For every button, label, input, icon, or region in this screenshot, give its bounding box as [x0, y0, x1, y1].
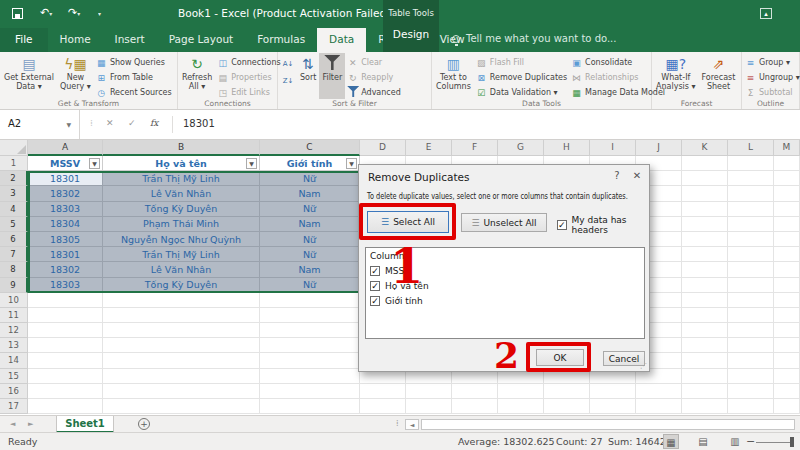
what-if-analysis-button[interactable]: ▦?What-If Analysis ▾: [653, 53, 699, 99]
row-header-6[interactable]: 6: [0, 232, 28, 247]
cell-K17[interactable]: [682, 399, 728, 414]
name-box-dropdown-icon[interactable]: ▼: [66, 121, 71, 128]
cell-C10[interactable]: [260, 293, 360, 308]
tab-formulas[interactable]: Formulas: [245, 28, 317, 52]
cell-A5[interactable]: 18304: [28, 217, 103, 232]
insert-function-icon[interactable]: fx: [150, 118, 158, 128]
cell-B15[interactable]: [103, 369, 260, 384]
cell-C8[interactable]: Nam: [260, 262, 360, 277]
new-query-button[interactable]: ϟ▦New Query ▾: [57, 53, 94, 99]
cell-L16[interactable]: [728, 384, 774, 399]
sheet-tab-sheet1[interactable]: Sheet1: [56, 416, 114, 433]
cell-G17[interactable]: [498, 399, 544, 414]
from-table-button[interactable]: ⊞From Table: [94, 70, 174, 85]
row-header-2[interactable]: 2: [0, 171, 28, 186]
cell-B4[interactable]: Tống Kỳ Duyên: [103, 202, 260, 217]
cell-K1[interactable]: [682, 156, 728, 171]
customize-quick-access-icon[interactable]: ▾: [98, 6, 101, 21]
next-sheet-icon[interactable]: ►: [28, 420, 33, 428]
cell-M10[interactable]: [774, 293, 800, 308]
cell-A2[interactable]: 18301: [28, 171, 103, 186]
cell-A9[interactable]: 18303: [28, 278, 103, 293]
cell-I17[interactable]: [590, 399, 636, 414]
cell-D17[interactable]: [360, 399, 406, 414]
filter-dropdown-icon[interactable]: ▼: [89, 158, 100, 169]
cell-C11[interactable]: [260, 308, 360, 323]
column-header-D[interactable]: D: [360, 140, 406, 156]
cell-M16[interactable]: [774, 384, 800, 399]
filter-dropdown-icon[interactable]: ▼: [346, 158, 357, 169]
cell-B10[interactable]: [103, 293, 260, 308]
zoom-slider[interactable]: [756, 442, 794, 443]
text-to-columns-button[interactable]: ▥Text to Columns: [433, 53, 474, 99]
cell-K3[interactable]: [682, 186, 728, 201]
row-header-14[interactable]: 14: [0, 353, 28, 368]
cell-C7[interactable]: Nữ: [260, 247, 360, 262]
row-header-17[interactable]: 17: [0, 399, 28, 414]
cell-L17[interactable]: [728, 399, 774, 414]
checkbox-icon[interactable]: ✓: [370, 266, 380, 276]
cell-L4[interactable]: [728, 202, 774, 217]
row-header-3[interactable]: 3: [0, 186, 28, 201]
cell-M2[interactable]: [774, 171, 800, 186]
cell-F17[interactable]: [452, 399, 498, 414]
cell-C5[interactable]: Nam: [260, 217, 360, 232]
row-header-7[interactable]: 7: [0, 247, 28, 262]
cell-J17[interactable]: [636, 399, 682, 414]
cell-C16[interactable]: [260, 384, 360, 399]
tab-design[interactable]: Design: [383, 28, 439, 40]
cell-B17[interactable]: [103, 399, 260, 414]
column-header-B[interactable]: B: [103, 140, 260, 156]
column-header-I[interactable]: I: [590, 140, 636, 156]
cell-K11[interactable]: [682, 308, 728, 323]
normal-view-icon[interactable]: ▦: [663, 434, 679, 449]
tell-me-box[interactable]: Tell me what you want to do...: [452, 33, 616, 44]
cancel-button[interactable]: Cancel: [603, 351, 645, 366]
cell-K14[interactable]: [682, 353, 728, 368]
cell-A6[interactable]: 18305: [28, 232, 103, 247]
forecast-sheet-button[interactable]: ⇗Forecast Sheet: [699, 53, 739, 99]
cell-M1[interactable]: [774, 156, 800, 171]
cell-B11[interactable]: [103, 308, 260, 323]
checkbox-icon[interactable]: ✓: [370, 281, 380, 291]
help-icon[interactable]: ?: [609, 170, 625, 181]
column-header-G[interactable]: G: [498, 140, 544, 156]
cell-K15[interactable]: [682, 369, 728, 384]
cell-L3[interactable]: [728, 186, 774, 201]
remove-duplicates-button[interactable]: ⊠Remove Duplicates: [474, 70, 569, 85]
cell-K2[interactable]: [682, 171, 728, 186]
zoom-out-icon[interactable]: −: [746, 435, 755, 448]
page-break-preview-icon[interactable]: ▥: [727, 434, 743, 449]
tab-file[interactable]: File: [0, 28, 48, 52]
cell-E16[interactable]: [406, 384, 452, 399]
tab-insert[interactable]: Insert: [103, 28, 157, 52]
cell-K16[interactable]: [682, 384, 728, 399]
cell-A4[interactable]: 18303: [28, 202, 103, 217]
filter-dropdown-icon[interactable]: ▼: [246, 158, 257, 169]
cell-L1[interactable]: [728, 156, 774, 171]
cell-L12[interactable]: [728, 323, 774, 338]
cell-D16[interactable]: [360, 384, 406, 399]
select-all-button[interactable]: ☰ Select All: [367, 211, 449, 233]
cell-L6[interactable]: [728, 232, 774, 247]
formula-bar-value[interactable]: 18301: [183, 118, 215, 129]
cell-B12[interactable]: [103, 323, 260, 338]
cell-J16[interactable]: [636, 384, 682, 399]
row-header-4[interactable]: 4: [0, 202, 28, 217]
sort-button[interactable]: ⇅Sort: [297, 53, 319, 99]
select-all-corner[interactable]: [0, 140, 28, 156]
cell-A13[interactable]: [28, 338, 103, 353]
connections-button[interactable]: ◫Connections: [215, 55, 282, 70]
cell-C4[interactable]: Nữ: [260, 202, 360, 217]
cell-C13[interactable]: [260, 338, 360, 353]
enter-icon[interactable]: ✓: [128, 118, 136, 128]
column-header-L[interactable]: L: [728, 140, 774, 156]
column-header-C[interactable]: C: [260, 140, 360, 156]
checkbox-icon[interactable]: ✓: [370, 296, 380, 306]
row-header-16[interactable]: 16: [0, 384, 28, 399]
cell-K12[interactable]: [682, 323, 728, 338]
cell-B7[interactable]: Trần Thị Mỹ Linh: [103, 247, 260, 262]
column-header-J[interactable]: J: [636, 140, 682, 156]
cell-A11[interactable]: [28, 308, 103, 323]
cell-M13[interactable]: [774, 338, 800, 353]
